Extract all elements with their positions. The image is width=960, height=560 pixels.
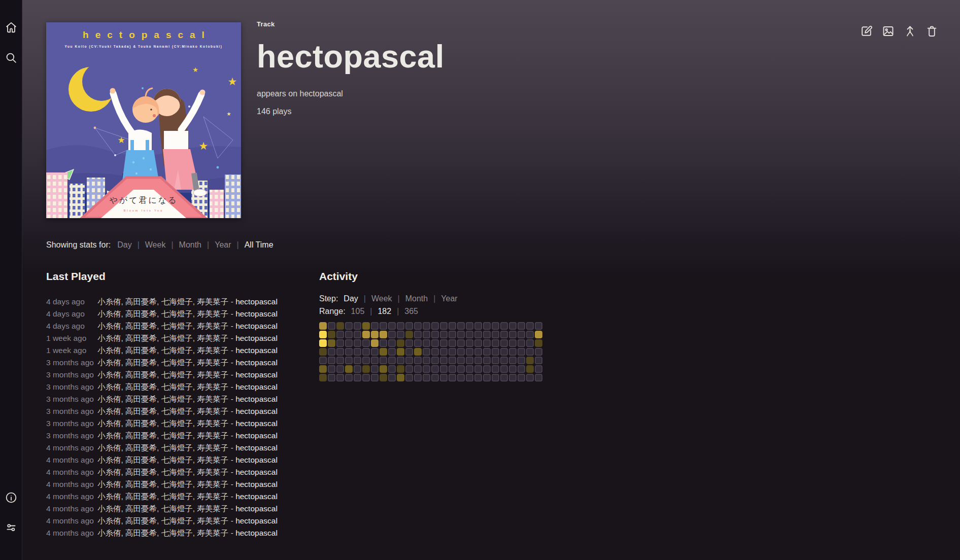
range-option-365[interactable]: 365: [404, 307, 418, 316]
song-link[interactable]: 小糸侑, 高田憂希, 七海燈子, 寿美菜子 - hectopascal: [97, 394, 278, 405]
song-link[interactable]: 小糸侑, 高田憂希, 七海燈子, 寿美菜子 - hectopascal: [97, 467, 278, 478]
heatmap-cell: [414, 331, 422, 338]
heatmap-cell: [414, 374, 422, 381]
stats-option-month[interactable]: Month: [179, 240, 201, 250]
heatmap-cell: [319, 365, 327, 373]
range-option-182[interactable]: 182: [378, 307, 391, 316]
list-item: 3 months ago小糸侑, 高田憂希, 七海燈子, 寿美菜子 - hect…: [46, 405, 300, 417]
song-link[interactable]: 小糸侑, 高田憂希, 七海燈子, 寿美菜子 - hectopascal: [97, 418, 278, 429]
heatmap-cell: [336, 331, 344, 338]
heatmap-cell: [414, 348, 422, 356]
song-track: hectopascal: [235, 322, 278, 330]
heatmap-cell: [449, 348, 456, 356]
home-icon[interactable]: [5, 21, 18, 34]
song-link[interactable]: 小糸侑, 高田憂希, 七海燈子, 寿美菜子 - hectopascal: [97, 479, 278, 490]
played-time: 3 months ago: [46, 395, 97, 404]
entity-type-label: Track: [257, 20, 444, 28]
activity-step-row: Step: Day|Week|Month|Year: [319, 292, 542, 305]
song-link[interactable]: 小糸侑, 高田憂希, 七海燈子, 寿美菜子 - hectopascal: [97, 358, 278, 368]
heatmap-cell: [345, 322, 353, 330]
stats-option-day[interactable]: Day: [117, 240, 131, 250]
list-item: 4 days ago小糸侑, 高田憂希, 七海燈子, 寿美菜子 - hectop…: [46, 308, 300, 320]
edit-icon[interactable]: [860, 24, 873, 38]
heatmap-cell: [500, 374, 508, 381]
song-track: hectopascal: [235, 358, 278, 367]
range-option-105[interactable]: 105: [351, 307, 365, 316]
separator: |: [397, 307, 399, 316]
heatmap-cell: [414, 339, 422, 347]
song-link[interactable]: 小糸侑, 高田憂希, 七海燈子, 寿美菜子 - hectopascal: [97, 492, 278, 502]
separator: |: [433, 294, 435, 303]
heatmap-cell: [362, 331, 370, 338]
delete-icon[interactable]: [925, 24, 939, 38]
song-link[interactable]: 小糸侑, 高田憂希, 七海燈子, 寿美菜子 - hectopascal: [97, 309, 278, 320]
heatmap-cell: [380, 339, 387, 347]
song-link[interactable]: 小糸侑, 高田憂希, 七海燈子, 寿美菜子 - hectopascal: [97, 333, 278, 344]
settings-sliders-icon[interactable]: [5, 521, 18, 534]
song-link[interactable]: 小糸侑, 高田憂希, 七海燈子, 寿美菜子 - hectopascal: [97, 455, 278, 466]
song-link[interactable]: 小糸侑, 高田憂希, 七海燈子, 寿美菜子 - hectopascal: [97, 528, 278, 539]
heatmap-cell: [526, 365, 534, 373]
song-track: hectopascal: [235, 407, 278, 415]
played-time: 3 months ago: [46, 370, 97, 379]
heatmap-cell: [518, 357, 525, 364]
step-option-week[interactable]: Week: [371, 294, 392, 303]
heatmap-cell: [518, 348, 525, 356]
heatmap-cell: [449, 357, 456, 364]
song-artists: 小糸侑, 高田憂希, 七海燈子, 寿美菜子 -: [97, 516, 235, 525]
song-link[interactable]: 小糸侑, 高田憂希, 七海燈子, 寿美菜子 - hectopascal: [97, 321, 278, 332]
change-image-icon[interactable]: [881, 24, 895, 38]
heatmap-cell: [397, 374, 404, 381]
played-time: 3 months ago: [46, 431, 97, 440]
heatmap-cell: [457, 365, 465, 373]
list-item: 3 months ago小糸侑, 高田憂希, 七海燈子, 寿美菜子 - hect…: [46, 430, 300, 442]
step-option-day[interactable]: Day: [344, 294, 358, 303]
svg-text:★: ★: [199, 140, 209, 152]
heatmap-cell: [345, 357, 353, 364]
heatmap-cell: [371, 339, 379, 347]
separator: |: [237, 240, 239, 250]
song-link[interactable]: 小糸侑, 高田憂希, 七海燈子, 寿美菜子 - hectopascal: [97, 297, 278, 307]
song-link[interactable]: 小糸侑, 高田憂希, 七海燈子, 寿美菜子 - hectopascal: [97, 516, 278, 527]
heatmap-cell: [362, 348, 370, 356]
heatmap-cell: [380, 365, 387, 373]
song-link[interactable]: 小糸侑, 高田憂希, 七海燈子, 寿美菜子 - hectopascal: [97, 431, 278, 441]
heatmap-cell: [431, 322, 439, 330]
album-art: ★ ★ ★ ★ ★ ★ ★: [46, 22, 241, 218]
song-link[interactable]: 小糸侑, 高田憂希, 七海燈子, 寿美菜子 - hectopascal: [97, 382, 278, 393]
stats-option-year[interactable]: Year: [215, 240, 231, 250]
heatmap-cell: [362, 339, 370, 347]
song-artists: 小糸侑, 高田憂希, 七海燈子, 寿美菜子 -: [97, 504, 235, 513]
heatmap-cell: [371, 357, 379, 364]
heatmap-cell: [328, 322, 335, 330]
stats-option-week[interactable]: Week: [145, 240, 166, 250]
song-track: hectopascal: [235, 382, 278, 391]
song-track: hectopascal: [235, 504, 278, 513]
heatmap-cell: [397, 322, 404, 330]
song-link[interactable]: 小糸侑, 高田憂希, 七海燈子, 寿美菜子 - hectopascal: [97, 345, 278, 356]
heatmap-cell: [483, 331, 491, 338]
song-link[interactable]: 小糸侑, 高田憂希, 七海燈子, 寿美菜子 - hectopascal: [97, 370, 278, 380]
song-link[interactable]: 小糸侑, 高田憂希, 七海燈子, 寿美菜子 - hectopascal: [97, 504, 278, 514]
stats-option-all-time[interactable]: All Time: [245, 240, 273, 250]
search-icon[interactable]: [5, 51, 18, 64]
step-option-year[interactable]: Year: [441, 294, 457, 303]
song-artists: 小糸侑, 高田憂希, 七海燈子, 寿美菜子 -: [97, 322, 235, 330]
played-time: 3 months ago: [46, 358, 97, 367]
song-track: hectopascal: [235, 516, 278, 525]
heatmap-cell: [535, 374, 542, 381]
heatmap-cell: [500, 348, 508, 356]
song-link[interactable]: 小糸侑, 高田憂希, 七海燈子, 寿美菜子 - hectopascal: [97, 406, 278, 417]
heatmap-cell: [319, 322, 327, 330]
heatmap-cell: [405, 322, 413, 330]
album-link[interactable]: hectopascal: [300, 89, 343, 98]
song-track: hectopascal: [235, 346, 278, 355]
merge-icon[interactable]: [903, 24, 917, 38]
song-link[interactable]: 小糸侑, 高田憂希, 七海燈子, 寿美菜子 - hectopascal: [97, 443, 278, 453]
step-option-month[interactable]: Month: [405, 294, 428, 303]
info-icon[interactable]: [5, 491, 18, 504]
heatmap-cell: [500, 357, 508, 364]
heatmap-cell: [492, 357, 499, 364]
heatmap-cell: [380, 357, 387, 364]
heatmap-cell: [492, 365, 499, 373]
